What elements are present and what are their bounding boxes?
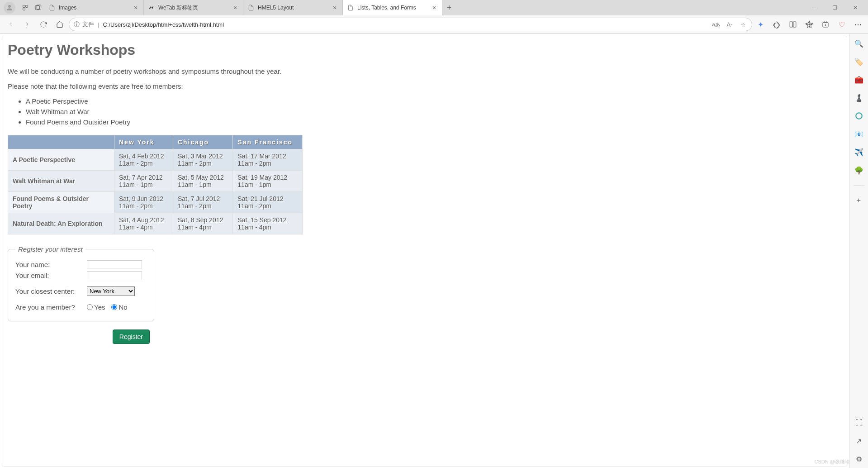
cell-ch: Sat, 8 Sep 201211am - 4pm [173, 213, 232, 234]
register-form: Register your interest Your name: Your e… [8, 245, 841, 344]
close-icon[interactable]: × [133, 5, 139, 11]
favorite-icon[interactable]: ☆ [739, 20, 747, 29]
minimize-button[interactable]: ─ [805, 1, 823, 14]
search-icon[interactable]: 🔍 [854, 38, 864, 48]
member-no-radio[interactable] [111, 304, 117, 310]
split-screen-icon[interactable] [787, 18, 799, 31]
member-label: Are you a member? [15, 303, 87, 311]
cell-ch: Sat, 5 May 201211am - 1pm [173, 171, 232, 192]
list-item: A Poetic Perspective [26, 97, 841, 105]
maximize-button[interactable]: ☐ [825, 1, 844, 14]
address-bar[interactable]: ⓘ 文件 | C:/Users/zjl/Desktop/html+css/twe… [69, 18, 752, 31]
more-icon[interactable]: ⋯ [852, 18, 864, 31]
toolbox-icon[interactable]: 🧰 [854, 75, 864, 85]
cell-sf: Sat, 17 Mar 201211am - 2pm [233, 149, 303, 171]
tree-icon[interactable]: 🌳 [854, 165, 864, 175]
nav-bar: ⓘ 文件 | C:/Users/zjl/Desktop/html+css/twe… [0, 15, 868, 33]
shopping-icon[interactable]: 🏷️ [854, 57, 864, 67]
table-header: Chicago [173, 135, 232, 149]
tab-actions-icon[interactable] [32, 1, 44, 14]
close-icon[interactable]: × [232, 5, 238, 11]
tab-lists-tables-forms[interactable]: Lists, Tables, and Forms × [343, 0, 442, 15]
collections-icon[interactable] [819, 18, 832, 31]
tab-title: Images [59, 5, 129, 11]
file-icon [248, 5, 254, 11]
intro-paragraph-1: We will be conducting a number of poetry… [8, 67, 841, 75]
translate-icon[interactable]: aあ [712, 20, 720, 29]
form-fieldset: Register your interest Your name: Your e… [8, 245, 154, 321]
table-row: Found Poems & Outsider PoetrySat, 9 Jun … [8, 192, 303, 213]
table-row: Natural Death: An ExplorationSat, 4 Aug … [8, 213, 303, 234]
back-button[interactable] [4, 17, 18, 32]
sidebar-separator [854, 185, 864, 186]
profile-icon[interactable] [4, 2, 15, 14]
tab-hmel5[interactable]: HMEL5 Layout × [243, 0, 343, 15]
tab-title: Lists, Tables, and Forms [357, 5, 427, 11]
center-select[interactable]: New York [87, 287, 135, 296]
intro-section: We will be conducting a number of poetry… [8, 67, 841, 126]
row-name: Walt Whitman at War [8, 171, 114, 192]
svg-rect-1 [23, 5, 25, 8]
svg-rect-3 [23, 8, 25, 10]
workspaces-icon[interactable] [19, 1, 32, 14]
cell-sf: Sat, 19 May 201211am - 1pm [233, 171, 303, 192]
share-icon[interactable]: ↗ [854, 436, 864, 446]
svg-point-0 [8, 5, 11, 8]
extensions-icon[interactable] [770, 18, 783, 31]
bird-icon[interactable]: ✦ [754, 18, 767, 31]
svg-rect-6 [790, 22, 792, 27]
cell-ch: Sat, 7 Jul 201211am - 2pm [173, 192, 232, 213]
cell-sf: Sat, 21 Jul 201211am - 2pm [233, 192, 303, 213]
site-info-icon[interactable]: ⓘ 文件 [74, 20, 94, 29]
window-controls: ─ ☐ ✕ [805, 1, 868, 14]
favorites-icon[interactable] [803, 18, 816, 31]
tab-bar: Images × WeTab 新标签页 × HMEL5 Layout × Lis… [0, 0, 868, 15]
row-name: Natural Death: An Exploration [8, 213, 114, 234]
cell-ny: Sat, 9 Jun 201211am - 2pm [114, 192, 173, 213]
member-yes-radio[interactable] [87, 304, 93, 310]
close-button[interactable]: ✕ [846, 1, 864, 14]
table-header: San Francisco [233, 135, 303, 149]
table-header-row: New York Chicago San Francisco [8, 135, 303, 149]
table-row: A Poetic PerspectiveSat, 4 Feb 201211am … [8, 149, 303, 171]
reload-button[interactable] [36, 17, 51, 32]
cell-sf: Sat, 15 Sep 201211am - 4pm [233, 213, 303, 234]
name-input[interactable] [87, 260, 142, 268]
row-name: Found Poems & Outsider Poetry [8, 192, 114, 213]
send-icon[interactable]: ✈️ [854, 147, 864, 157]
close-icon[interactable]: × [431, 5, 437, 11]
cell-ny: Sat, 7 Apr 201211am - 1pm [114, 171, 173, 192]
browser-chrome: Images × WeTab 新标签页 × HMEL5 Layout × Lis… [0, 0, 868, 34]
outlook-icon[interactable]: 📧 [854, 129, 864, 139]
screenshot-icon[interactable]: ⛶ [854, 418, 864, 428]
address-separator: | [98, 21, 99, 28]
new-tab-button[interactable]: + [442, 3, 456, 13]
tab-title: HMEL5 Layout [258, 5, 328, 11]
home-button[interactable] [52, 17, 67, 32]
page-content: Poetry Workshops We will be conducting a… [2, 36, 847, 467]
games-icon[interactable]: ♟️ [854, 93, 864, 103]
performance-icon[interactable]: ♡ [835, 18, 848, 31]
add-icon[interactable]: + [854, 196, 864, 205]
email-label: Your email: [15, 272, 87, 279]
email-input[interactable] [87, 271, 142, 279]
forward-button[interactable] [20, 17, 34, 32]
register-button[interactable]: Register [113, 330, 150, 344]
address-url: C:/Users/zjl/Desktop/html+css/twelth-htm… [103, 21, 224, 28]
file-icon [49, 5, 55, 11]
tab-wetab[interactable]: WeTab 新标签页 × [144, 0, 243, 15]
tab-images[interactable]: Images × [44, 0, 144, 15]
list-item: Walt Whitman at War [26, 108, 841, 115]
center-label: Your closest center: [15, 287, 87, 295]
events-table: New York Chicago San Francisco A Poetic … [8, 135, 303, 234]
svg-point-16 [856, 113, 862, 119]
edge-sidebar: 🔍 🏷️ 🧰 ♟️ 📧 ✈️ 🌳 + ⛶ ↗ ⚙ [849, 34, 868, 468]
wetab-icon [148, 5, 155, 11]
member-yes-label[interactable]: Yes [87, 303, 105, 311]
office-icon[interactable] [854, 111, 864, 121]
read-aloud-icon[interactable]: A» [726, 20, 734, 29]
name-label: Your name: [15, 261, 87, 268]
close-icon[interactable]: × [332, 5, 338, 11]
settings-icon[interactable]: ⚙ [854, 454, 864, 464]
member-no-label[interactable]: No [111, 303, 127, 311]
